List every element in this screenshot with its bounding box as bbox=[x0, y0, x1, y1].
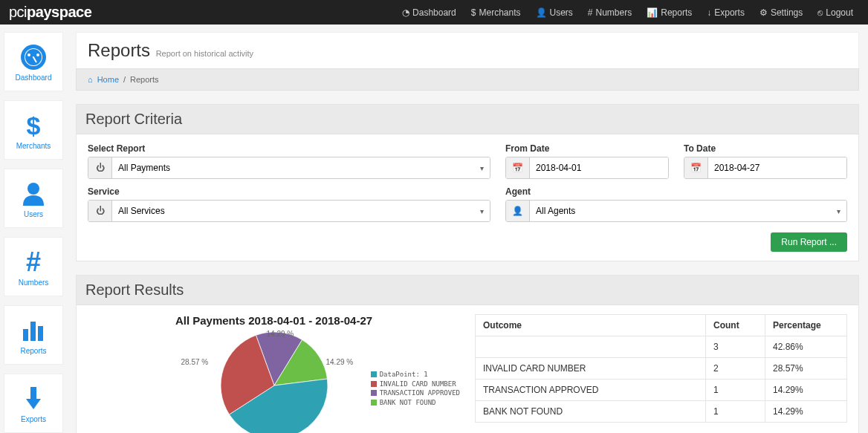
results-heading: Report Results bbox=[77, 276, 858, 305]
cell-outcome: BANK NOT FOUND bbox=[476, 401, 706, 423]
agent-group: 👤 All Agents bbox=[505, 200, 847, 222]
topnav-merchants[interactable]: $Merchants bbox=[465, 1, 527, 24]
brand-logo: pcipayspace bbox=[9, 4, 91, 21]
swatch-icon bbox=[371, 400, 377, 406]
topnav-label: Merchants bbox=[479, 7, 520, 18]
to-date-input[interactable] bbox=[708, 157, 846, 178]
svg-rect-9 bbox=[23, 329, 28, 341]
user-icon: 👤 bbox=[536, 7, 547, 18]
svg-text:#: # bbox=[26, 247, 41, 277]
cell-outcome: TRANSACTION APPROVED bbox=[476, 380, 706, 401]
swatch-icon bbox=[371, 390, 377, 396]
brand-suffix: payspace bbox=[27, 4, 91, 20]
legend-item: BANK NOT FOUND bbox=[371, 398, 460, 408]
table-row: BANK NOT FOUND114.29% bbox=[476, 401, 847, 423]
from-date-group: 📅 bbox=[505, 157, 669, 179]
legend-label: DataPoint: 1 bbox=[380, 370, 428, 380]
from-date-input[interactable] bbox=[530, 157, 668, 178]
top-navigation: ◔Dashboard $Merchants 👤Users #Numbers 📊R… bbox=[396, 1, 859, 24]
service-label: Service bbox=[88, 186, 490, 197]
agent-label: Agent bbox=[505, 186, 847, 197]
hash-icon: # bbox=[588, 7, 593, 18]
svg-point-7 bbox=[27, 183, 39, 195]
page-header: Reports Report on historical activity bbox=[76, 32, 859, 68]
topnav-label: Numbers bbox=[596, 7, 632, 18]
results-table-area: Outcome Count Percentage 342.86%INVALID … bbox=[475, 314, 847, 433]
chart-area: All Payments 2018-04-01 - 2018-04-27 14.… bbox=[88, 314, 460, 433]
topbar: pcipayspace ◔Dashboard $Merchants 👤Users… bbox=[0, 0, 868, 25]
legend-label: TRANSACTION APPROVED bbox=[380, 388, 460, 398]
topnav-users[interactable]: 👤Users bbox=[530, 1, 579, 24]
legend-label: BANK NOT FOUND bbox=[380, 398, 436, 408]
swatch-icon bbox=[371, 371, 377, 377]
sidebar-item-numbers[interactable]: # Numbers bbox=[4, 237, 63, 296]
col-percentage: Percentage bbox=[765, 315, 847, 336]
pie-legend: DataPoint: 1 INVALID CARD NUMBER TRANSAC… bbox=[371, 370, 460, 407]
cell-count: 2 bbox=[706, 358, 765, 380]
results-table: Outcome Count Percentage 342.86%INVALID … bbox=[475, 314, 847, 423]
user-icon bbox=[19, 179, 48, 209]
sidebar-item-merchants[interactable]: $ Merchants bbox=[4, 100, 63, 160]
topnav-exports[interactable]: ↓Exports bbox=[701, 1, 751, 24]
legend-item: INVALID CARD NUMBER bbox=[371, 380, 460, 389]
service-dropdown[interactable]: All Services bbox=[112, 201, 490, 221]
calendar-icon: 📅 bbox=[684, 157, 708, 178]
hash-icon: # bbox=[19, 247, 48, 277]
sidebar-item-reports[interactable]: Reports bbox=[4, 305, 63, 365]
user-icon: 👤 bbox=[506, 201, 530, 221]
dollar-icon: $ bbox=[471, 7, 476, 18]
legend-item: DataPoint: 1 bbox=[371, 370, 460, 380]
topnav-numbers[interactable]: #Numbers bbox=[582, 1, 638, 24]
breadcrumb: ⌂ Home / Reports bbox=[76, 68, 859, 91]
pie-slice-label: 28.57 % bbox=[181, 358, 209, 366]
select-report-dropdown[interactable]: All Payments bbox=[112, 157, 490, 178]
topnav-settings[interactable]: ⚙Settings bbox=[754, 1, 809, 24]
sidebar-item-users[interactable]: Users bbox=[4, 169, 63, 228]
breadcrumb-separator: / bbox=[123, 75, 126, 84]
gear-icon: ⚙ bbox=[760, 7, 768, 18]
download-icon: ↓ bbox=[707, 7, 711, 18]
table-row: INVALID CARD NUMBER228.57% bbox=[476, 358, 847, 380]
agent-dropdown[interactable]: All Agents bbox=[530, 201, 846, 221]
topnav-reports[interactable]: 📊Reports bbox=[641, 1, 698, 24]
pie-chart: 14.29 % 14.29 % 42.86 % 28.57 % bbox=[152, 330, 397, 433]
dashboard-icon bbox=[19, 42, 48, 72]
topnav-label: Exports bbox=[714, 7, 745, 18]
cell-count: 1 bbox=[706, 380, 765, 401]
from-date-label: From Date bbox=[505, 143, 669, 154]
sidebar-item-exports[interactable]: Exports bbox=[4, 374, 63, 433]
sidebar: Dashboard $ Merchants Users # Numbers Re… bbox=[0, 25, 67, 433]
svg-rect-12 bbox=[30, 387, 36, 400]
pie-slice-label: 14.29 % bbox=[267, 330, 294, 338]
chart-title: All Payments 2018-04-01 - 2018-04-27 bbox=[88, 314, 460, 327]
bars-icon bbox=[19, 316, 48, 345]
home-icon: ⌂ bbox=[88, 75, 93, 84]
logout-icon: ⎋ bbox=[817, 7, 823, 18]
calendar-icon: 📅 bbox=[506, 157, 530, 178]
sidebar-item-dashboard[interactable]: Dashboard bbox=[4, 32, 63, 91]
select-report-label: Select Report bbox=[88, 143, 490, 154]
svg-point-4 bbox=[36, 53, 39, 56]
dollar-icon: $ bbox=[19, 111, 48, 140]
run-report-button[interactable]: Run Report ... bbox=[771, 232, 847, 252]
topnav-label: Dashboard bbox=[412, 7, 456, 18]
topnav-dashboard[interactable]: ◔Dashboard bbox=[396, 1, 462, 24]
legend-item: TRANSACTION APPROVED bbox=[371, 388, 460, 398]
svg-text:$: $ bbox=[27, 111, 41, 140]
sidebar-item-label: Merchants bbox=[16, 142, 51, 150]
bars-icon: 📊 bbox=[647, 7, 658, 18]
cell-count: 3 bbox=[706, 336, 765, 358]
criteria-heading: Report Criteria bbox=[77, 105, 858, 134]
cell-outcome: INVALID CARD NUMBER bbox=[476, 358, 706, 380]
breadcrumb-current: Reports bbox=[130, 75, 159, 84]
pie-svg bbox=[218, 330, 330, 433]
sidebar-item-label: Reports bbox=[20, 347, 46, 355]
table-row: 342.86% bbox=[476, 336, 847, 358]
topnav-logout[interactable]: ⎋Logout bbox=[812, 1, 859, 24]
power-icon: ⏻ bbox=[88, 157, 112, 178]
cell-pct: 28.57% bbox=[765, 358, 847, 380]
page-subtitle: Report on historical activity bbox=[156, 49, 253, 58]
breadcrumb-home[interactable]: Home bbox=[97, 75, 119, 84]
cell-pct: 14.29% bbox=[765, 401, 847, 423]
topnav-label: Logout bbox=[826, 7, 853, 18]
